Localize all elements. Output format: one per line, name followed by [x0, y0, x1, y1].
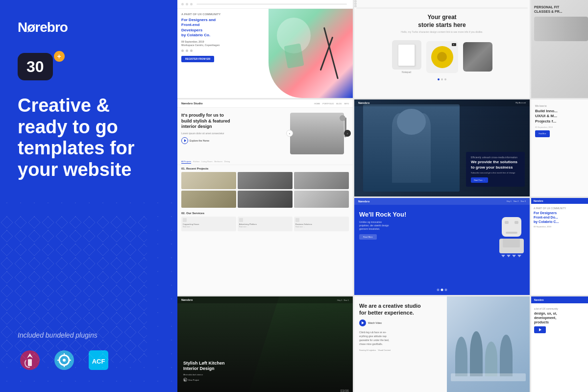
svg-point-6: [63, 359, 66, 362]
badge-plus-icon: +: [54, 51, 65, 62]
kitchen-logo: Nørebro: [181, 298, 193, 301]
social-dot: [186, 49, 188, 52]
yoast-plugin-icon: [18, 348, 42, 372]
project-thumb-5: [238, 191, 293, 208]
next-arrow[interactable]: ›: [344, 130, 351, 137]
service-advertising: Advertising Platform Read more →: [238, 217, 293, 231]
template-interior: Nørebro Studio HOME PORTFOLIO BLOG INFO …: [177, 99, 353, 295]
prev-arrow[interactable]: ‹: [286, 130, 293, 137]
template-designers2: Nørebro A PART OF UX COMMUNITY For Desig…: [531, 198, 588, 295]
template-partial: Nørebro a lot of UX community design, ux…: [531, 296, 588, 392]
service-copywriting: Copywriting House Read more →: [181, 217, 236, 231]
kitchen-view-btn[interactable]: ▶ View Project: [183, 378, 225, 382]
partial-logo: Nørebro: [534, 298, 543, 301]
tape-product: ►: [426, 41, 458, 73]
carousel-dot[interactable]: [444, 78, 446, 80]
service-business: Business Solutions Read more →: [294, 217, 349, 231]
indicator-dot-active[interactable]: [441, 289, 443, 291]
template-product: Your greatstorie starts here Hello, my T…: [354, 0, 530, 98]
explore-btn[interactable]: Explore the Home: [181, 137, 286, 144]
indicator-dot[interactable]: [445, 289, 447, 291]
kitchen-headline: Stylish Løft KitchenInterior Design: [183, 361, 225, 372]
badge-container: 30 +: [18, 53, 160, 80]
carousel-dot[interactable]: [441, 78, 443, 80]
social-dot: [181, 49, 184, 52]
interior-headline: It's proudly for us tobuild stylish & fe…: [181, 113, 286, 130]
logo-text: Nørebro: [18, 20, 68, 35]
watch-video-btn[interactable]: Watch Video: [359, 319, 442, 326]
template-studio: We are a creative studiofor better exper…: [354, 296, 530, 392]
template-fitness-partial: PERSONAL FITCLASSES & PR...: [531, 0, 588, 98]
interior-logo: Nørebro Studio: [181, 102, 203, 105]
interior-hero-image: [290, 113, 344, 154]
acf-plugin-icon: ACF: [86, 348, 111, 372]
fitness-headline: PERSONAL FITCLASSES & PR...: [534, 5, 588, 14]
partial-play-btn[interactable]: [534, 326, 546, 333]
ux-we-love: We love to: [535, 104, 587, 107]
rock-cta-btn[interactable]: Read More: [359, 234, 377, 240]
partial-headline: design, ux, ui,development,products: [534, 311, 588, 324]
templates-grid: A PART OF UX COMMUNITY For Designers and…: [177, 0, 588, 392]
template-ux-partial: We love to Build Inno...UX/UI & M...Proj…: [531, 99, 588, 196]
project-thumb-4: [181, 191, 236, 208]
designers2-headline: For DesignersFront-end Do...by Colabrio …: [534, 211, 588, 224]
robot-illustration: [498, 217, 525, 251]
fitness-image: [534, 17, 588, 41]
watch-video-label: Watch Video: [368, 321, 382, 324]
template-business: Nørebro My Account Efficiently unleash c…: [354, 99, 530, 196]
svg-rect-3: [28, 359, 32, 366]
kitchen-counter: 03/06: [340, 389, 349, 392]
logo: Nørebro: [18, 20, 160, 35]
business-cta-btn[interactable]: Start Free →: [471, 177, 488, 183]
filter-kitchen[interactable]: Kitchen: [193, 160, 199, 164]
social-dot: [190, 49, 193, 52]
designers2-nav: Nørebro: [531, 198, 588, 204]
plugin-icons-list: ACF: [18, 348, 160, 372]
ux-btn[interactable]: Read More: [535, 130, 550, 137]
recent-projects-label: 01. Recent Projects: [181, 167, 349, 170]
notepad-product: [392, 40, 421, 70]
carousel-dot[interactable]: [438, 78, 440, 80]
studio-team-photo: [447, 296, 530, 392]
template-abstract: A PART OF UX COMMUNITY For Designers and…: [177, 0, 353, 98]
business-headline: We provide the solutions to grow your bu…: [471, 160, 520, 170]
product-headline: Your greatstorie starts here: [358, 14, 526, 29]
project-thumb-2: [238, 172, 293, 189]
plugins-section: Included bundeled plugins: [18, 321, 160, 372]
main-headline: Creative & ready to go templates for you…: [18, 95, 160, 181]
register-btn[interactable]: REGISTER FROM $30: [181, 56, 214, 62]
plugins-label: Included bundeled plugins: [18, 331, 160, 339]
abstract-headline: A PART OF UX COMMUNITY For Designers and…: [181, 13, 273, 62]
filter-all[interactable]: All Projects: [181, 160, 191, 164]
services-label: 02. Our Services: [181, 212, 349, 215]
template-count-badge: 30: [18, 53, 53, 80]
project-thumb-1: [181, 172, 236, 189]
revslider-plugin-icon: [52, 348, 76, 372]
studio-paragraph: Climb leg rub face on ev-erything give a…: [359, 330, 442, 346]
svg-text:ACF: ACF: [92, 358, 105, 365]
business-logo: Nørebro: [358, 101, 369, 104]
template-kitchen: Nørebro Hey 1 Nav 1 Stylish Løft Kitchen…: [177, 296, 353, 392]
filter-bedroom[interactable]: Bedroom: [215, 160, 222, 164]
ux-headline: Build Inno...UX/UI & M...Projects f...: [535, 109, 587, 124]
filter-dining[interactable]: Dining: [224, 160, 230, 164]
indicator-dot[interactable]: [437, 289, 440, 291]
studio-headline: We are a creative studiofor better exper…: [359, 302, 442, 317]
person-image: [363, 104, 460, 192]
sidebar: Nørebro 30 + Creative & ready to go temp…: [0, 0, 177, 392]
filter-living[interactable]: Living Room: [201, 160, 212, 164]
rock-logo: Nørebro: [358, 200, 369, 203]
project-thumb-3: [294, 172, 349, 189]
business-subtext: Subscribe now and get a first month free…: [471, 172, 520, 174]
template-rock: Nørebro Hey 1 Nav 2 Nav 3 We'll Rock You…: [354, 198, 530, 295]
project-thumb-6: [294, 191, 349, 208]
camera-product: [463, 42, 492, 72]
